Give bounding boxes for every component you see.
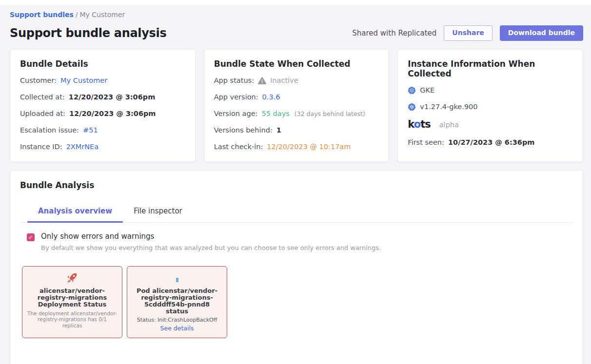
k8s-version-value: v1.27.4-gke.900 — [420, 103, 477, 111]
collected-at-value: 12/20/2023 @ 3:06pm — [69, 93, 155, 101]
row-label: App version: — [214, 93, 258, 101]
state-row-version-age: Version age: 55 days (32 days behind lat… — [214, 109, 379, 118]
row-label: Version age: — [214, 110, 258, 117]
only-errors-checkbox[interactable]: ✓ — [27, 233, 35, 241]
instance-row-k8s-version: v1.27.4-gke.900 — [408, 102, 573, 112]
instance-row-first-seen: First seen: 10/27/2023 @ 6:36pm — [408, 137, 573, 147]
kots-logo: kots — [408, 119, 430, 130]
app-version-link[interactable]: 0.3.6 — [262, 93, 280, 101]
state-row-app-status: App status: Inactive — [214, 76, 379, 85]
header-actions: Shared with Replicated Unshare Download … — [352, 25, 583, 40]
result-card-pod-status[interactable]: Pod alicenstar/vendor-registry-migration… — [127, 266, 227, 338]
instance-id-link[interactable]: 2XMrNEa — [66, 143, 99, 151]
row-label: Customer: — [20, 77, 57, 84]
bundle-state-card: Bundle State When Collected App status: … — [204, 49, 390, 162]
kots-logo-o: o — [414, 118, 420, 130]
errors-warnings-filter: ✓ Only show errors and warnings By defau… — [27, 232, 573, 251]
analysis-results: alicenstar/vendor-registry-migrations De… — [22, 266, 573, 338]
row-label: Versions behind: — [214, 126, 273, 134]
version-age-note: (32 days behind latest) — [295, 110, 365, 117]
bundle-state-title: Bundle State When Collected — [214, 59, 379, 69]
warning-icon — [258, 77, 266, 84]
detail-row-instance-id: Instance ID: 2XMrNEa — [20, 142, 185, 152]
kots-logo-ts: ts — [420, 118, 431, 130]
row-label: App status: — [214, 77, 254, 84]
result-status: Status: Init:CrashLoopBackOff — [132, 317, 222, 323]
bundle-analysis-title: Bundle Analysis — [20, 180, 573, 190]
filter-description: By default we show you everything that w… — [41, 244, 381, 251]
customer-link[interactable]: My Customer — [60, 77, 107, 84]
kots-logo-k: k — [408, 118, 414, 130]
result-card-deployment-status[interactable]: alicenstar/vendor-registry-migrations De… — [22, 266, 122, 338]
detail-row-customer: Customer: My Customer — [20, 76, 185, 85]
result-title: alicenstar/vendor-registry-migrations De… — [27, 287, 117, 308]
see-details-link[interactable]: See details — [132, 325, 222, 332]
state-row-last-checkin: Last check-in: 12/20/2023 @ 10:17am — [214, 142, 379, 152]
filter-text-block: Only show errors and warnings By default… — [41, 232, 381, 251]
row-label: Instance ID: — [20, 143, 62, 151]
version-age-value: 55 days — [262, 110, 290, 117]
instance-row-kots: kots alpha — [408, 119, 573, 130]
result-title: Pod alicenstar/vendor-registry-migration… — [132, 287, 222, 315]
bundle-analysis-panel: Bundle Analysis Analysis overview File i… — [10, 170, 583, 364]
breadcrumb-separator: / — [76, 11, 78, 19]
kubernetes-icon — [408, 103, 416, 111]
bundle-details-title: Bundle Details — [20, 59, 185, 69]
download-bundle-button[interactable]: Download bundle — [500, 25, 583, 40]
state-row-versions-behind: Versions behind: 1 — [214, 125, 379, 135]
page: Support bundles/My Customer Support bund… — [0, 5, 591, 364]
detail-row-escalation-issue: Escalation issue: #51 — [20, 125, 185, 135]
gke-icon — [408, 86, 416, 95]
kots-channel-value: alpha — [439, 121, 459, 129]
first-seen-value: 10/27/2023 @ 6:36pm — [448, 138, 534, 146]
instance-info-title: Instance Information When Collected — [408, 59, 573, 78]
last-checkin-value: 12/20/2023 @ 10:17am — [267, 143, 351, 151]
row-label: Uploaded at: — [20, 110, 65, 117]
distribution-value: GKE — [420, 86, 434, 94]
state-row-app-version: App version: 0.3.6 — [214, 92, 379, 102]
page-title: Support bundle analysis — [10, 26, 167, 40]
row-label: Collected at: — [20, 93, 65, 101]
detail-row-uploaded-at: Uploaded at: 12/20/2023 @ 3:06pm — [20, 109, 185, 118]
analysis-tabs: Analysis overview File inspector — [20, 202, 573, 223]
row-label: First seen: — [408, 138, 444, 146]
info-cards-row: Bundle Details Customer: My Customer Col… — [10, 49, 583, 162]
row-label: Escalation issue: — [20, 126, 79, 134]
bundle-details-card: Bundle Details Customer: My Customer Col… — [10, 49, 196, 162]
shared-status-text: Shared with Replicated — [352, 29, 436, 38]
breadcrumb-current: My Customer — [80, 11, 125, 19]
tab-file-inspector[interactable]: File inspector — [123, 202, 193, 222]
row-label: Last check-in: — [214, 143, 263, 151]
filter-label[interactable]: Only show errors and warnings — [41, 232, 381, 241]
result-description: The deployment alicenstar/vendor-registr… — [27, 310, 117, 328]
breadcrumb: Support bundles/My Customer — [10, 11, 583, 19]
top-strip — [0, 0, 591, 5]
rocket-icon — [27, 272, 117, 284]
app-status-value: Inactive — [270, 77, 298, 84]
escalation-issue-link[interactable]: #51 — [83, 126, 98, 134]
tab-analysis-overview[interactable]: Analysis overview — [27, 202, 123, 222]
versions-behind-value: 1 — [276, 126, 281, 134]
instance-info-card: Instance Information When Collected GKE — [397, 49, 583, 162]
instance-row-distribution: GKE — [408, 85, 573, 95]
detail-row-collected-at: Collected at: 12/20/2023 @ 3:06pm — [20, 92, 185, 102]
uploaded-at-value: 12/20/2023 @ 3:06pm — [69, 110, 156, 117]
unshare-button[interactable]: Unshare — [444, 25, 492, 40]
breadcrumb-support-bundles-link[interactable]: Support bundles — [10, 11, 74, 19]
broken-image-icon — [132, 272, 222, 284]
page-header: Support bundle analysis Shared with Repl… — [10, 24, 583, 42]
